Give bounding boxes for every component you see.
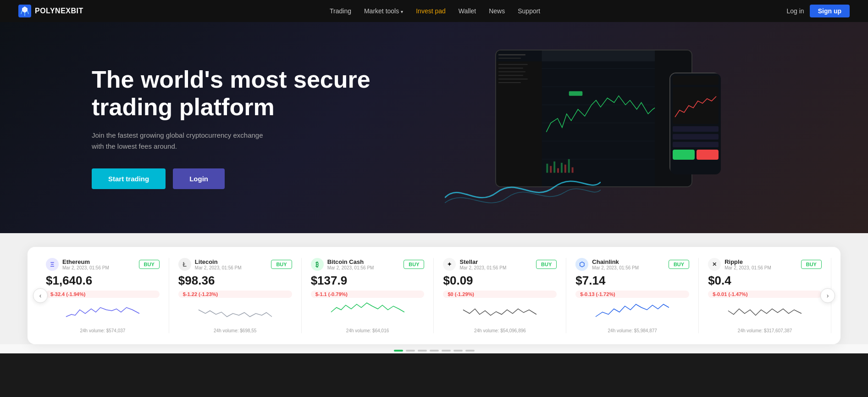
bitcoincash-icon: ₿ <box>311 258 324 271</box>
volume-chainlink: 24h volume: $5,984,877 <box>575 328 689 333</box>
pagination-dot-7[interactable] <box>465 350 475 352</box>
pagination-dot-6[interactable] <box>453 350 463 352</box>
nav-news[interactable]: News <box>489 7 505 15</box>
hero-headline: The world's most secure trading platform <box>92 66 434 121</box>
ticker-next-button[interactable]: › <box>820 288 835 303</box>
svg-rect-23 <box>498 64 528 65</box>
svg-rect-3 <box>497 50 542 62</box>
buy-button-stellar[interactable]: BUY <box>536 260 557 269</box>
start-trading-button[interactable]: Start trading <box>92 168 166 189</box>
buy-button-ripple[interactable]: BUY <box>801 260 822 269</box>
svg-rect-27 <box>498 78 528 79</box>
pagination-dot-2[interactable] <box>406 350 415 352</box>
chart-chainlink <box>575 301 689 324</box>
chart-stellar <box>443 301 557 324</box>
svg-rect-36 <box>673 150 695 160</box>
coin-name-chainlink: Chainlink <box>592 258 639 265</box>
hero-buttons: Start trading Login <box>92 168 434 189</box>
change-stellar: $0 (-1.29%) <box>443 291 557 298</box>
coin-name-ripple: Ripple <box>724 258 771 265</box>
change-bitcoincash: $-1.1 (-0.79%) <box>311 291 425 298</box>
volume-stellar: 24h volume: $54,096,896 <box>443 328 557 333</box>
nav-support[interactable]: Support <box>518 7 540 15</box>
svg-rect-33 <box>673 126 719 132</box>
brand[interactable]: POLYNEXBIT <box>18 5 83 17</box>
coin-name-ethereum: Ethereum <box>62 258 109 265</box>
ripple-icon: ✕ <box>708 258 721 271</box>
login-button[interactable]: Log in <box>787 7 804 15</box>
ticker-header-ethereum: Ξ Ethereum Mar 2, 2023, 01:56 PM BUY <box>46 258 160 271</box>
chainlink-icon: ⬡ <box>575 258 588 271</box>
buy-button-litecoin[interactable]: BUY <box>271 260 292 269</box>
stellar-icon: ✦ <box>443 258 456 271</box>
coin-date-ripple: Mar 2, 2023, 01:56 PM <box>724 265 771 270</box>
price-chainlink: $7.14 <box>575 274 689 288</box>
coin-date-chainlink: Mar 2, 2023, 01:56 PM <box>592 265 639 270</box>
hero-login-button[interactable]: Login <box>173 168 225 189</box>
svg-rect-22 <box>498 58 521 59</box>
ticker-card: ‹ Ξ Ethereum Mar 2, 2023, 01:56 PM BUY $… <box>28 247 840 344</box>
svg-rect-37 <box>697 150 719 160</box>
brand-name: POLYNEXBIT <box>35 7 83 15</box>
volume-bitcoincash: 24h volume: $64,016 <box>311 328 425 333</box>
ethereum-icon: Ξ <box>46 258 59 271</box>
price-ripple: $0.4 <box>708 274 822 288</box>
ticker-item-chainlink: ⬡ Chainlink Mar 2, 2023, 01:56 PM BUY $7… <box>566 258 699 333</box>
nav-actions: Log in Sign up <box>787 5 850 17</box>
chart-ripple <box>708 301 822 324</box>
phone-mockup <box>669 73 720 173</box>
volume-ethereum: 24h volume: $574,037 <box>46 328 160 333</box>
svg-rect-28 <box>498 82 521 83</box>
svg-rect-31 <box>673 76 719 85</box>
svg-rect-32 <box>673 87 719 124</box>
svg-rect-34 <box>673 134 719 140</box>
svg-rect-29 <box>569 91 582 96</box>
change-ripple: $-0.01 (-1.47%) <box>708 291 822 298</box>
ticker-prev-button[interactable]: ‹ <box>33 288 48 303</box>
signup-button[interactable]: Sign up <box>810 5 850 17</box>
price-bitcoincash: $137.9 <box>311 274 425 288</box>
chart-bitcoincash <box>311 301 425 324</box>
pagination-dot-4[interactable] <box>430 350 439 352</box>
coin-date-litecoin: Mar 2, 2023, 01:56 PM <box>195 265 242 270</box>
change-chainlink: $-0.13 (-1.72%) <box>575 291 689 298</box>
change-ethereum: $-32.4 (-1.94%) <box>46 291 160 298</box>
coin-date-ethereum: Mar 2, 2023, 01:56 PM <box>62 265 109 270</box>
pagination-dots <box>0 344 868 353</box>
nav-invest-pad[interactable]: Invest pad <box>416 7 446 15</box>
volume-litecoin: 24h volume: $698,55 <box>178 328 292 333</box>
coin-date-stellar: Mar 2, 2023, 01:56 PM <box>459 265 506 270</box>
coin-name-bitcoincash: Bitcoin Cash <box>327 258 374 265</box>
hero-section: The world's most secure trading platform… <box>0 22 868 233</box>
nav-market-tools[interactable]: Market tools <box>364 7 403 15</box>
svg-rect-21 <box>498 54 525 56</box>
price-litecoin: $98.36 <box>178 274 292 288</box>
svg-rect-24 <box>498 67 523 68</box>
price-stellar: $0.09 <box>443 274 557 288</box>
svg-rect-26 <box>498 75 523 76</box>
pagination-dot-5[interactable] <box>442 350 451 352</box>
nav-trading[interactable]: Trading <box>330 7 351 15</box>
buy-button-chainlink[interactable]: BUY <box>669 260 689 269</box>
chart-ethereum <box>46 301 160 324</box>
buy-button-bitcoincash[interactable]: BUY <box>404 260 424 269</box>
ticker-item-ethereum: Ξ Ethereum Mar 2, 2023, 01:56 PM BUY $1,… <box>37 258 169 333</box>
chart-litecoin <box>178 301 292 324</box>
ticker-item-bitcoincash: ₿ Bitcoin Cash Mar 2, 2023, 01:56 PM BUY… <box>302 258 434 333</box>
svg-rect-35 <box>673 142 719 147</box>
change-litecoin: $-1.22 (-1.23%) <box>178 291 292 298</box>
navbar: POLYNEXBIT Trading Market tools Invest p… <box>0 0 868 22</box>
coin-info-ethereum: Ξ Ethereum Mar 2, 2023, 01:56 PM <box>46 258 109 271</box>
chevron-down-icon <box>401 7 403 15</box>
ticker-item-stellar: ✦ Stellar Mar 2, 2023, 01:56 PM BUY $0.0… <box>434 258 566 333</box>
svg-rect-25 <box>498 71 525 72</box>
buy-button-ethereum[interactable]: BUY <box>139 260 160 269</box>
nav-wallet[interactable]: Wallet <box>459 7 476 15</box>
volume-ripple: 24h volume: $317,607,387 <box>708 328 822 333</box>
hero-visual <box>434 50 777 206</box>
ticker-section: ‹ Ξ Ethereum Mar 2, 2023, 01:56 PM BUY $… <box>0 233 868 344</box>
pagination-dot-3[interactable] <box>418 350 427 352</box>
hero-content: The world's most secure trading platform… <box>92 66 434 190</box>
coin-name-stellar: Stellar <box>459 258 506 265</box>
pagination-dot-1[interactable] <box>394 350 403 352</box>
